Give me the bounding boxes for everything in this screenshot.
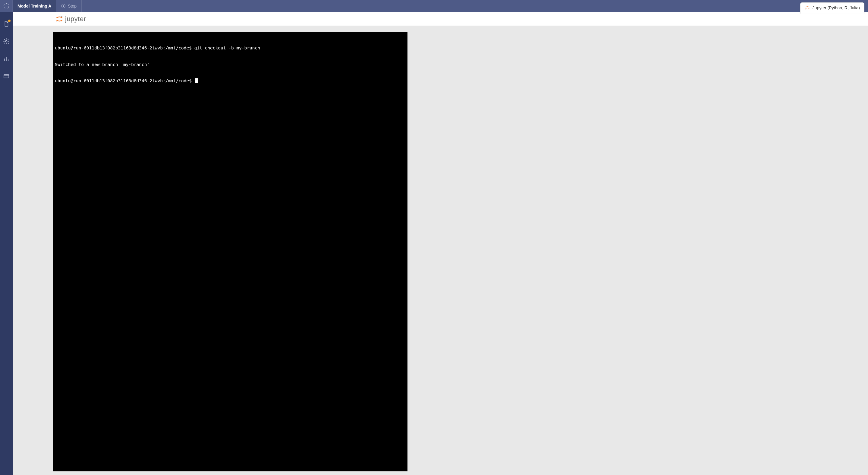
gear-icon: [3, 38, 10, 44]
jupyter-icon: [56, 15, 63, 23]
terminal-prompt: ubuntu@run-6011db13f082b31163d8d346-2twv…: [55, 78, 194, 83]
svg-point-2: [5, 40, 7, 42]
sidebar-item-card[interactable]: [3, 73, 10, 80]
stop-button[interactable]: Stop: [56, 0, 82, 12]
sidebar-item-metrics[interactable]: [3, 56, 10, 62]
jupyter-small-icon: [805, 5, 810, 10]
main-area: jupyter ubuntu@run-6011db13f082b31163d8d…: [13, 12, 868, 475]
svg-point-4: [61, 16, 62, 17]
swirl-icon: [3, 3, 10, 9]
workspace-title[interactable]: Model Training A: [13, 0, 56, 12]
sidebar-item-files[interactable]: [3, 21, 10, 27]
workspace-title-text: Model Training A: [18, 4, 51, 8]
terminal-line: Switched to a new branch 'my-branch': [55, 62, 406, 67]
terminal-line: ubuntu@run-6011db13f082b31163d8d346-2twv…: [55, 78, 406, 84]
tab-jupyter-label: Jupyter (Python, R, Julia): [812, 5, 860, 10]
svg-point-1: [806, 9, 806, 10]
jupyter-brand-text: jupyter: [65, 15, 86, 23]
jupyter-header: jupyter: [13, 12, 868, 26]
app-logo[interactable]: [0, 0, 13, 12]
stop-icon: [61, 4, 65, 8]
card-icon: [3, 73, 10, 80]
svg-point-6: [61, 22, 62, 22]
svg-rect-3: [4, 75, 9, 78]
svg-point-0: [809, 6, 809, 6]
sidebar-item-settings[interactable]: [3, 38, 10, 44]
tab-jupyter[interactable]: Jupyter (Python, R, Julia): [800, 2, 864, 13]
terminal-cursor: [195, 78, 198, 83]
topbar: Model Training A Stop Jupyter (Python, R…: [0, 0, 868, 12]
topbar-spacer: [82, 0, 868, 12]
jupyter-logo[interactable]: jupyter: [56, 15, 86, 23]
terminal[interactable]: ubuntu@run-6011db13f082b31163d8d346-2twv…: [53, 32, 407, 471]
svg-point-5: [57, 21, 58, 22]
sidebar: [0, 12, 13, 475]
stop-button-label: Stop: [68, 4, 76, 8]
bar-chart-icon: [3, 56, 10, 62]
notification-badge: [8, 20, 10, 22]
content-area: ubuntu@run-6011db13f082b31163d8d346-2twv…: [13, 26, 868, 475]
terminal-line: ubuntu@run-6011db13f082b31163d8d346-2twv…: [55, 45, 406, 51]
